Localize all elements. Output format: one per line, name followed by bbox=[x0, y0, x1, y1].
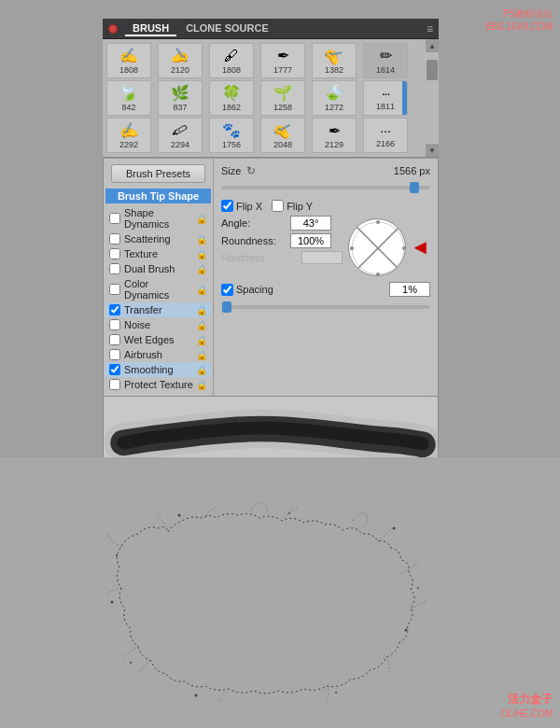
spacing-row: Spacing bbox=[221, 282, 430, 297]
svg-point-16 bbox=[130, 662, 132, 664]
transfer-checkbox[interactable] bbox=[109, 304, 120, 315]
svg-point-9 bbox=[178, 514, 181, 517]
svg-point-17 bbox=[111, 601, 114, 604]
brush-preview-icon: ✍ bbox=[271, 119, 295, 143]
flip-y-label[interactable]: Flip Y bbox=[272, 200, 313, 212]
sidebar-item-scattering[interactable]: Scattering 🔒 bbox=[105, 231, 211, 246]
brush-cell[interactable]: 🍃 1272 bbox=[312, 80, 357, 116]
brush-preview-icon: ··· bbox=[380, 123, 391, 138]
angle-label: Angle: bbox=[221, 217, 287, 229]
hardness-label: Hardness bbox=[221, 252, 265, 263]
brush-cell[interactable]: 🖋 1808 bbox=[209, 43, 254, 78]
brush-cell[interactable]: ✍ 1382 bbox=[312, 43, 357, 78]
brush-preview-icon: 🍀 bbox=[222, 84, 241, 102]
brush-cell[interactable]: ··· 2166 bbox=[363, 118, 408, 153]
flip-y-checkbox[interactable] bbox=[272, 200, 284, 212]
tab-brush[interactable]: BRUSH bbox=[125, 21, 176, 36]
airbrush-checkbox[interactable] bbox=[109, 349, 120, 360]
brush-cell[interactable]: ✒ 1777 bbox=[260, 43, 305, 78]
svg-point-3 bbox=[376, 220, 380, 224]
red-arrow-icon: ◄ bbox=[410, 237, 430, 258]
flip-x-checkbox[interactable] bbox=[221, 200, 233, 212]
brush-preview-icon: 🌱 bbox=[273, 84, 292, 102]
spacing-input[interactable] bbox=[389, 282, 430, 297]
brush-preview-icon: ✍ bbox=[119, 47, 138, 64]
size-refresh-icon[interactable]: ↻ bbox=[246, 164, 256, 177]
grid-scrollbar[interactable]: ▲ ▼ bbox=[426, 39, 439, 157]
texture-checkbox[interactable] bbox=[109, 248, 120, 259]
brush-cell[interactable]: ✍ 2292 bbox=[106, 118, 151, 153]
sidebar-item-dual-brush[interactable]: Dual Brush 🔒 bbox=[105, 261, 211, 276]
lock-icon: 🔒 bbox=[196, 249, 207, 259]
svg-point-14 bbox=[335, 692, 337, 693]
spacing-slider-track bbox=[221, 305, 430, 309]
noise-checkbox[interactable] bbox=[109, 319, 120, 330]
dual-brush-checkbox[interactable] bbox=[109, 263, 120, 274]
sidebar-item-texture[interactable]: Texture 🔒 bbox=[105, 246, 211, 261]
svg-rect-8 bbox=[0, 457, 560, 728]
sidebar-item-protect-texture[interactable]: Protect Texture 🔒 bbox=[105, 377, 211, 392]
watermark-top: PS教程论坛 BBS.16X8.COM bbox=[485, 7, 553, 34]
brush-cell[interactable]: ✍ 2048 bbox=[260, 118, 305, 153]
roundness-label: Roundness: bbox=[221, 235, 287, 246]
brush-preview-icon: 🐾 bbox=[222, 121, 241, 139]
spacing-checkbox[interactable] bbox=[221, 284, 233, 296]
brush-preview-icon: ✏ bbox=[380, 47, 392, 64]
spacing-label[interactable]: Spacing bbox=[221, 284, 273, 296]
brush-cell[interactable]: ✏ 1614 bbox=[363, 43, 408, 78]
brush-cell[interactable]: ··· 1811 bbox=[363, 80, 408, 116]
flip-x-label[interactable]: Flip X bbox=[221, 200, 262, 212]
brush-cell[interactable]: ✍ 2120 bbox=[158, 43, 203, 78]
lock-icon: 🔒 bbox=[196, 335, 207, 345]
size-slider-thumb[interactable] bbox=[410, 182, 419, 193]
svg-point-5 bbox=[350, 246, 354, 250]
brush-cell[interactable]: 🖊 2294 bbox=[158, 118, 203, 153]
roundness-input[interactable] bbox=[290, 233, 331, 248]
svg-point-12 bbox=[417, 587, 419, 589]
close-button[interactable] bbox=[108, 24, 118, 34]
circle-preview-container: ◄ bbox=[348, 218, 430, 276]
panel-menu-icon[interactable]: ≡ bbox=[427, 22, 433, 35]
sidebar-item-wet-edges[interactable]: Wet Edges 🔒 bbox=[105, 332, 211, 347]
protect-texture-checkbox[interactable] bbox=[109, 379, 120, 390]
tab-clone-source[interactable]: CLONE SOURCE bbox=[178, 21, 276, 36]
scattering-checkbox[interactable] bbox=[109, 233, 120, 245]
color-dynamics-checkbox[interactable] bbox=[109, 284, 120, 295]
sidebar-item-shape-dynamics[interactable]: Shape Dynamics 🔒 bbox=[105, 205, 211, 231]
brush-cell[interactable]: 🍃 842 bbox=[106, 80, 151, 116]
size-slider-row[interactable] bbox=[221, 181, 430, 194]
brush-preview-icon: 🍃 bbox=[117, 81, 140, 105]
lock-icon: 🔒 bbox=[196, 380, 207, 390]
scroll-indicator bbox=[402, 81, 407, 115]
wet-edges-checkbox[interactable] bbox=[109, 334, 120, 345]
sidebar-item-transfer[interactable]: Transfer 🔒 bbox=[105, 302, 211, 317]
hardness-input bbox=[301, 251, 343, 264]
sidebar-item-airbrush[interactable]: Airbrush 🔒 bbox=[105, 347, 211, 362]
brush-presets-button[interactable]: Brush Presets bbox=[111, 164, 206, 183]
angle-input[interactable] bbox=[290, 216, 331, 231]
sidebar-item-smoothing[interactable]: Smoothing 🔒 bbox=[105, 362, 211, 377]
brush-cell[interactable]: 🍀 1862 bbox=[209, 80, 254, 116]
scroll-up-arrow[interactable]: ▲ bbox=[426, 39, 439, 52]
lock-icon: 🔒 bbox=[196, 350, 207, 360]
sidebar-item-color-dynamics[interactable]: Color Dynamics 🔒 bbox=[105, 276, 211, 302]
scroll-thumb[interactable] bbox=[427, 60, 438, 80]
brush-cell[interactable]: ✒ 2129 bbox=[312, 118, 357, 153]
size-slider-track bbox=[221, 186, 430, 189]
circle-svg bbox=[349, 219, 406, 276]
spacing-slider-row[interactable] bbox=[221, 301, 430, 314]
shape-dynamics-checkbox[interactable] bbox=[109, 213, 120, 224]
brush-preview-circle bbox=[348, 218, 406, 276]
size-value: 1566 px bbox=[394, 165, 430, 176]
brush-cell[interactable]: 🌱 1258 bbox=[260, 80, 305, 116]
svg-point-10 bbox=[288, 512, 290, 514]
spacing-slider-thumb[interactable] bbox=[222, 301, 231, 313]
smoothing-checkbox[interactable] bbox=[109, 364, 120, 375]
brush-cell[interactable]: ✍ 1808 bbox=[106, 43, 151, 78]
brush-cell[interactable]: 🌿 837 bbox=[158, 80, 203, 116]
scroll-down-arrow[interactable]: ▼ bbox=[426, 144, 439, 157]
brush-panel: BRUSH CLONE SOURCE ≡ ✍ 1808 ✍ 2120 🖋 180… bbox=[103, 19, 439, 488]
brush-cell[interactable]: 🐾 1756 bbox=[209, 118, 254, 153]
panel-titlebar: BRUSH CLONE SOURCE ≡ bbox=[103, 19, 439, 39]
sidebar-item-noise[interactable]: Noise 🔒 bbox=[105, 317, 211, 332]
